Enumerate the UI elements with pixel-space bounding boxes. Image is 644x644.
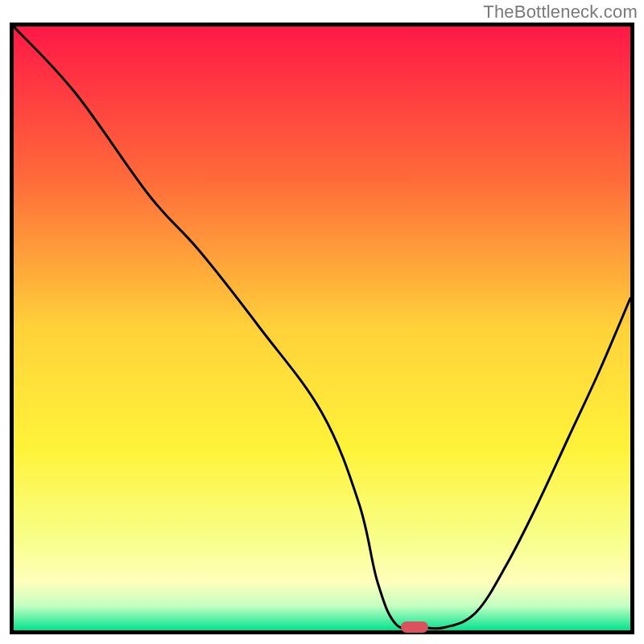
bottleneck-curve <box>14 27 630 630</box>
plot-area <box>14 27 630 630</box>
watermark-text: TheBottleneck.com <box>483 2 638 23</box>
chart-container: TheBottleneck.com <box>0 0 644 644</box>
plot-frame <box>10 23 634 634</box>
bottleneck-marker <box>401 621 428 633</box>
